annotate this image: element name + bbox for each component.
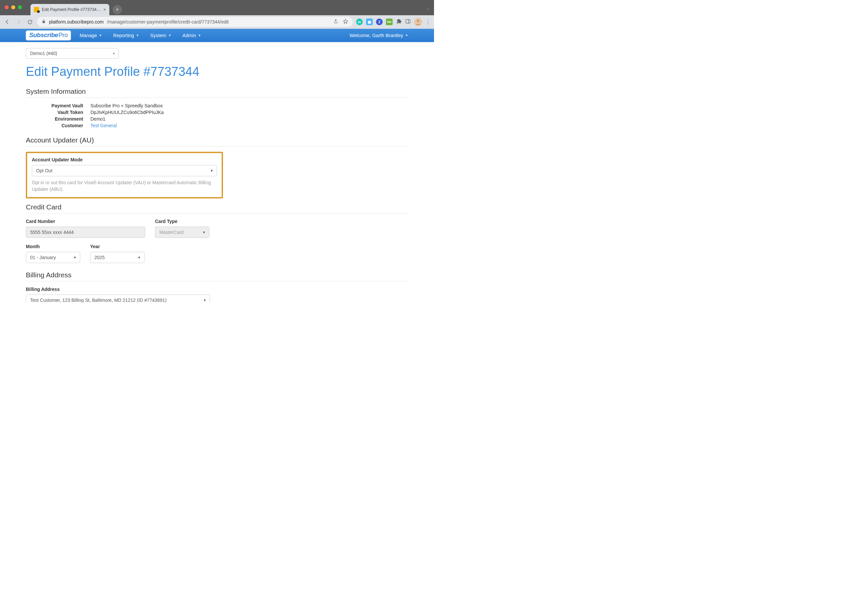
share-icon[interactable] bbox=[333, 19, 338, 25]
nav-item-admin[interactable]: Admin▼ bbox=[180, 33, 204, 38]
billing-address-label: Billing Address bbox=[26, 287, 408, 292]
card-number-input bbox=[26, 226, 145, 238]
url-host: platform.subscribepro.com bbox=[49, 19, 104, 25]
card-number-label: Card Number bbox=[26, 219, 145, 224]
nav-item-label: System bbox=[150, 33, 166, 38]
window-maximize-button[interactable] bbox=[18, 5, 22, 9]
nav-item-reporting[interactable]: Reporting▼ bbox=[111, 33, 142, 38]
browser-menu-button[interactable]: ⋮ bbox=[425, 19, 431, 25]
cc-row-2: Month 01 - January Year 2025 bbox=[26, 244, 408, 263]
section-title-system-info: System Information bbox=[26, 87, 408, 98]
nav-item-label: Admin bbox=[183, 33, 196, 38]
lock-icon bbox=[42, 20, 46, 25]
info-label: Environment bbox=[26, 116, 90, 122]
section-title-credit-card: Credit Card bbox=[26, 203, 408, 213]
chevron-down-icon: ▼ bbox=[405, 34, 408, 37]
info-label: Vault Token bbox=[26, 110, 90, 115]
card-type-select: MasterCard bbox=[155, 226, 209, 238]
extensions-puzzle-icon[interactable] bbox=[396, 18, 402, 25]
reload-button[interactable] bbox=[26, 18, 34, 26]
month-value: 01 - January bbox=[30, 255, 56, 260]
environment-selector[interactable]: Demo1 (#40) bbox=[26, 48, 119, 59]
info-value: Test General bbox=[90, 123, 116, 128]
info-row: Vault Token DpJIvKpHUULZCu9o6CbdPPIuJKa bbox=[26, 110, 408, 115]
extension-icons: m ▦ Z bw ⋮ bbox=[356, 18, 431, 26]
chevron-down-icon: ▼ bbox=[168, 34, 171, 37]
browser-toolbar: platform.subscribepro.com/manage/custome… bbox=[0, 15, 434, 28]
account-updater-highlight: Account Updater Mode Opt Out Opt in or o… bbox=[26, 152, 223, 199]
info-value: DpJIvKpHUULZCu9o6CbdPPIuJKa bbox=[90, 110, 164, 115]
browser-tab-active[interactable]: Edit Payment Profile #773734… × bbox=[31, 4, 109, 15]
profile-avatar[interactable] bbox=[414, 18, 422, 26]
customer-link[interactable]: Test General bbox=[90, 123, 116, 128]
page-viewport[interactable]: SubscribePro Manage▼ Reporting▼ System▼ … bbox=[0, 28, 434, 302]
tab-close-button[interactable]: × bbox=[103, 7, 106, 12]
section-title-account-updater: Account Updater (AU) bbox=[26, 136, 408, 146]
info-row: Customer Test General bbox=[26, 123, 408, 128]
logo-suffix: Pro bbox=[58, 31, 68, 39]
billing-address-value: Test Customer, 123 Billing St, Baltimore… bbox=[30, 298, 167, 302]
tab-overflow-button[interactable]: ⌵ bbox=[427, 6, 429, 11]
billing-address-select[interactable]: Test Customer, 123 Billing St, Baltimore… bbox=[26, 295, 210, 302]
nav-item-label: Manage bbox=[79, 33, 97, 38]
address-bar[interactable]: platform.subscribepro.com/manage/custome… bbox=[37, 17, 353, 27]
month-field: Month 01 - January bbox=[26, 244, 80, 263]
info-row: Environment Demo1 bbox=[26, 116, 408, 122]
year-select[interactable]: 2025 bbox=[90, 252, 144, 263]
page-content: Demo1 (#40) Edit Payment Profile #773734… bbox=[0, 42, 434, 302]
month-label: Month bbox=[26, 244, 80, 249]
nav-item-system[interactable]: System▼ bbox=[148, 33, 174, 38]
arrow-right-icon bbox=[16, 19, 22, 25]
tab-title: Edit Payment Profile #773734… bbox=[42, 7, 101, 12]
au-mode-select[interactable]: Opt Out bbox=[32, 165, 217, 176]
nav-item-manage[interactable]: Manage▼ bbox=[77, 33, 104, 38]
au-mode-value: Opt Out bbox=[36, 168, 52, 173]
au-help-text: Opt in or out this card for Visa® Accoun… bbox=[32, 180, 217, 192]
reload-icon bbox=[27, 19, 33, 25]
info-value: Subscribe Pro + Spreedly Sandbox bbox=[90, 103, 163, 109]
back-button[interactable] bbox=[3, 18, 11, 26]
favicon-icon bbox=[34, 7, 39, 12]
arrow-left-icon bbox=[4, 19, 10, 25]
forward-button[interactable] bbox=[15, 18, 23, 26]
card-type-value: MasterCard bbox=[160, 230, 183, 235]
chevron-down-icon: ▼ bbox=[136, 34, 139, 37]
chevron-down-icon: ▼ bbox=[99, 34, 102, 37]
extension-icon-2[interactable]: ▦ bbox=[366, 19, 373, 25]
extension-icon-1[interactable]: m bbox=[356, 19, 363, 25]
section-title-billing: Billing Address bbox=[26, 271, 408, 281]
nav-item-label: Reporting bbox=[113, 33, 134, 38]
month-select[interactable]: 01 - January bbox=[26, 252, 80, 263]
card-type-label: Card Type bbox=[155, 219, 209, 224]
card-number-field: Card Number bbox=[26, 219, 145, 238]
year-label: Year bbox=[90, 244, 144, 249]
new-tab-button[interactable]: + bbox=[113, 5, 122, 14]
page-title: Edit Payment Profile #7737344 bbox=[26, 65, 408, 79]
au-mode-label: Account Updater Mode bbox=[32, 157, 217, 162]
info-label: Payment Vault bbox=[26, 103, 90, 109]
info-value: Demo1 bbox=[90, 116, 105, 122]
chevron-down-icon: ▼ bbox=[198, 34, 201, 37]
extension-icon-4[interactable]: bw bbox=[386, 19, 392, 25]
environment-selector-value: Demo1 (#40) bbox=[30, 51, 57, 56]
app-navbar: SubscribePro Manage▼ Reporting▼ System▼ … bbox=[0, 29, 434, 42]
card-type-field: Card Type MasterCard bbox=[155, 219, 209, 238]
extension-icon-3[interactable]: Z bbox=[376, 19, 383, 25]
window-minimize-button[interactable] bbox=[11, 5, 15, 9]
nav-welcome-menu[interactable]: Welcome, Garth Brantley▼ bbox=[347, 33, 434, 38]
bookmark-star-icon[interactable] bbox=[343, 19, 348, 25]
window-close-button[interactable] bbox=[5, 5, 9, 9]
welcome-text: Welcome, Garth Brantley bbox=[350, 33, 403, 38]
window-chrome: Edit Payment Profile #773734… × + ⌵ bbox=[0, 0, 434, 15]
logo-main: Subscribe bbox=[29, 31, 58, 39]
year-value: 2025 bbox=[95, 255, 105, 260]
traffic-lights bbox=[5, 5, 22, 9]
app-logo[interactable]: SubscribePro bbox=[26, 31, 71, 40]
info-label: Customer bbox=[26, 123, 90, 128]
year-field: Year 2025 bbox=[90, 244, 144, 263]
svg-point-2 bbox=[417, 20, 419, 22]
url-path: /manage/customer-paymentprofile/credit-c… bbox=[107, 19, 229, 25]
system-info-grid: Payment Vault Subscribe Pro + Spreedly S… bbox=[26, 103, 408, 128]
side-panel-icon[interactable] bbox=[405, 19, 411, 25]
cc-row-1: Card Number Card Type MasterCard bbox=[26, 219, 408, 238]
